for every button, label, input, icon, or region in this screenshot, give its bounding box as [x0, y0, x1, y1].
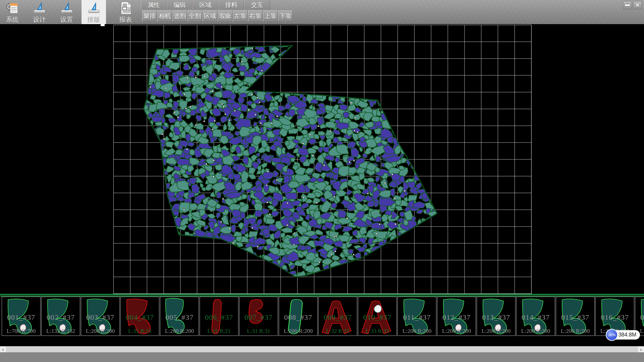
piece-lr-label: L:33 R:33 [358, 328, 396, 335]
scroll-right-arrow[interactable]: › [638, 347, 644, 353]
app-tab-design[interactable]: 设计 [27, 0, 52, 24]
piece-thumbnail[interactable]: 002_#37L:132 R:132 [41, 297, 80, 336]
application-window: 系统设计设置排版报表 属性编辑区域排料交互 聚排相机选割全割区域瑕疵左靠右靠上靠… [0, 0, 644, 362]
piece-thumbnail[interactable]: 008_#37L:200 R:200 [279, 297, 318, 336]
menu-bar: 属性编辑区域排料交互 [141, 0, 270, 9]
tool-button-align-top[interactable]: 上靠 [263, 10, 278, 22]
piece-thumbnail[interactable]: 011_#37L:200 R:200 [397, 297, 436, 336]
progress-percent: 38% [608, 333, 615, 337]
piece-lr-label: L:200 R:200 [477, 328, 515, 335]
piece-id-label: 012_#37 [437, 313, 476, 322]
piece-id-label: 007_#37 [239, 313, 278, 322]
piece-lr-label: L:132 R:132 [42, 328, 80, 335]
piece-id-label: 008_#37 [279, 313, 317, 322]
piece-id-label: 009_#37 [319, 313, 357, 322]
piece-id-label: 014_#37 [517, 313, 555, 322]
window-controls: ✕ [623, 1, 642, 9]
app-tab-label: 排版 [88, 15, 100, 24]
piece-id-label: 010_#37 [358, 313, 396, 322]
app-tab-system[interactable]: 系统 [0, 0, 24, 24]
app-tab-settings[interactable]: 设置 [54, 0, 79, 24]
ruler-icon [33, 1, 47, 15]
leather-hide-layout[interactable] [0, 24, 644, 294]
status-bar [0, 352, 644, 362]
app-tab-label: 设置 [60, 15, 73, 24]
tool-button-defect[interactable]: 瑕疵 [218, 10, 232, 22]
app-tab-label: 系统 [6, 15, 19, 24]
tool-button-align-right[interactable]: 右靠 [248, 10, 263, 22]
piece-id-label: 001_#37 [2, 313, 40, 322]
piece-id-label: 016_#37 [596, 313, 634, 322]
piece-lr-label: L:200 R:200 [81, 328, 119, 335]
tool-bar: 聚排相机选割全割区域瑕疵左靠右靠上靠下靠 [142, 10, 293, 22]
piece-thumbnail[interactable]: 007_#37L:31 R:31 [239, 297, 278, 336]
memory-value: 384.8M [619, 332, 636, 338]
ruler-icon [60, 1, 74, 15]
menu-item-interact[interactable]: 交互 [244, 0, 270, 9]
piece-thumbnail[interactable]: 014_#37L:200 R:200 [516, 297, 555, 336]
system-icon [5, 1, 19, 15]
piece-thumbnail[interactable]: 004_#37L:31 R:31 [120, 297, 159, 336]
report-icon [119, 1, 133, 15]
piece-lr-label: L:21 R:21 [200, 328, 238, 335]
close-button[interactable]: ✕ [633, 1, 642, 9]
app-tab-report[interactable]: 报表 [113, 0, 138, 24]
app-tab-label: 设计 [33, 15, 46, 24]
piece-id-label: 015_#37 [556, 313, 594, 322]
menu-item-edit[interactable]: 编辑 [167, 0, 193, 9]
piece-thumbnail[interactable]: 012_#37L:200 R:200 [437, 297, 476, 336]
piece-id-label: 017_#37 [635, 313, 644, 322]
piece-id-label: 004_#37 [121, 313, 159, 322]
piece-thumbnail[interactable]: 003_#37L:200 R:200 [81, 297, 120, 336]
piece-id-label: 005_#37 [160, 313, 199, 322]
piece-lr-label: L:31 R:31 [121, 328, 159, 335]
tool-button-align-bottom[interactable]: 下靠 [278, 10, 293, 22]
piece-thumbnail[interactable]: 010_#37L:33 R:33 [358, 297, 397, 336]
tool-button-select-cut[interactable]: 选割 [172, 10, 187, 22]
menu-item-nest[interactable]: 排料 [218, 0, 244, 9]
progress-circle: 38% [606, 329, 618, 341]
menu-item-region[interactable]: 区域 [193, 0, 218, 9]
menu-item-properties[interactable]: 属性 [141, 0, 167, 9]
piece-lr-label: L:31 R:31 [239, 328, 278, 335]
piece-id-label: 013_#37 [477, 313, 515, 322]
piece-thumbnail[interactable]: 001_#37L:700 R:700 [2, 297, 41, 336]
piece-thumbnail[interactable]: 005_#37L:200 R:200 [160, 297, 199, 336]
ruler-icon [87, 1, 101, 15]
piece-thumbnail[interactable]: 013_#37L:200 R:200 [477, 297, 516, 336]
tool-button-cut-all[interactable]: 全割 [187, 10, 202, 22]
minimize-icon [625, 4, 630, 6]
piece-lr-label: L:32 R:31 [319, 328, 357, 335]
piece-lr-label: L:200 R:200 [437, 328, 476, 335]
piece-lr-label: L:700 R:700 [2, 328, 40, 335]
piece-thumbnail[interactable]: 006_#37L:21 R:21 [200, 297, 238, 336]
piece-lr-label: L:200 R:200 [398, 328, 436, 335]
app-tab-nesting[interactable]: 排版 [82, 0, 106, 24]
horizontal-scrollbar[interactable]: ‹ › [0, 346, 644, 352]
strip-separator [0, 294, 644, 296]
tool-button-cluster-nest[interactable]: 聚排 [142, 10, 157, 22]
app-tabs: 系统设计设置排版报表 [0, 0, 141, 24]
toolbar: 系统设计设置排版报表 属性编辑区域排料交互 聚排相机选割全割区域瑕疵左靠右靠上靠… [0, 0, 644, 24]
piece-lr-label: L:200 R:200 [160, 328, 199, 335]
tool-button-align-left[interactable]: 左靠 [233, 10, 248, 22]
piece-lr-label: L:200 R:200 [279, 328, 317, 335]
piece-id-label: 002_#37 [42, 313, 80, 322]
piece-id-label: 011_#37 [398, 313, 436, 322]
status-badge: 38% 384.8M [608, 330, 640, 340]
piece-id-label: 006_#37 [200, 313, 238, 322]
piece-lr-label: L:200 R:200 [556, 328, 594, 335]
piece-id-label: 003_#37 [81, 313, 119, 322]
scroll-left-arrow[interactable]: ‹ [0, 347, 6, 353]
tool-button-camera[interactable]: 相机 [157, 10, 172, 22]
tool-button-region[interactable]: 区域 [203, 10, 217, 22]
minimize-button[interactable] [623, 1, 632, 9]
piece-thumbnail[interactable]: 015_#37L:200 R:200 [556, 297, 595, 336]
piece-lr-label: L:200 R:200 [517, 328, 555, 335]
pieces-strip: 001_#37L:700 R:700002_#37L:132 R:132003_… [0, 296, 644, 346]
app-tab-label: 报表 [119, 15, 132, 24]
piece-thumbnail[interactable]: 009_#37L:32 R:31 [318, 297, 357, 336]
close-icon: ✕ [635, 2, 640, 8]
separator-line [0, 294, 644, 295]
nesting-canvas-area[interactable] [0, 24, 644, 294]
